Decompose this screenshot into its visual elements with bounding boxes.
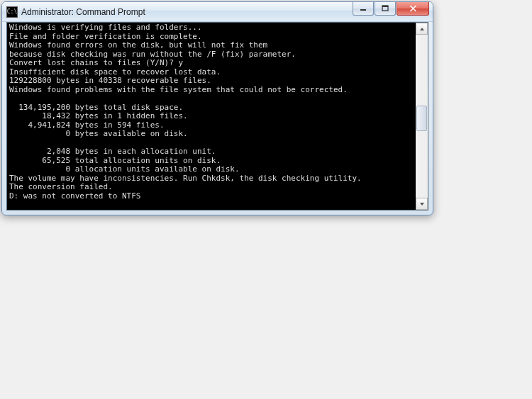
titlebar[interactable]: C:\ Administrator: Command Prompt xyxy=(2,2,433,22)
cmd-icon: C:\ xyxy=(6,6,18,18)
cmd-icon-text: C:\ xyxy=(7,9,17,15)
window-controls xyxy=(352,2,433,21)
scroll-up-button[interactable] xyxy=(416,23,428,35)
scrollbar-thumb[interactable] xyxy=(416,106,427,131)
scroll-down-button[interactable] xyxy=(416,198,428,210)
window-title: Administrator: Command Prompt xyxy=(21,7,352,17)
vertical-scrollbar[interactable] xyxy=(416,23,428,210)
svg-rect-0 xyxy=(360,9,366,11)
client-area: Windows is verifying files and folders..… xyxy=(6,22,428,210)
minimize-button[interactable] xyxy=(353,2,374,16)
close-button[interactable] xyxy=(397,2,429,16)
maximize-button[interactable] xyxy=(375,2,396,16)
scrollbar-track[interactable] xyxy=(416,35,428,198)
command-prompt-window: C:\ Administrator: Command Prompt Window… xyxy=(1,1,433,215)
svg-rect-2 xyxy=(382,6,388,7)
terminal-output[interactable]: Windows is verifying files and folders..… xyxy=(7,23,416,210)
